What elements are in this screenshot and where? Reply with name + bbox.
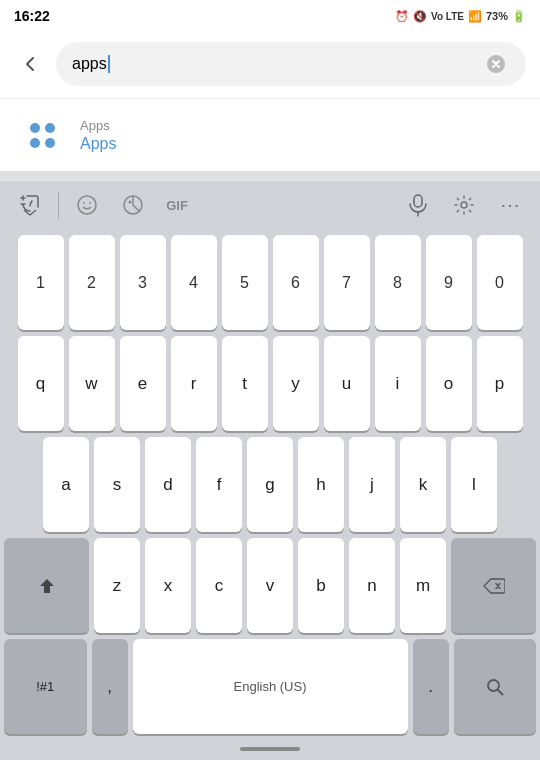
svg-rect-6 bbox=[414, 195, 422, 207]
keyboard: 1 2 3 4 5 6 7 8 9 0 q w e r t y u i o p … bbox=[0, 229, 540, 738]
key-n[interactable]: n bbox=[349, 538, 395, 633]
toolbar-divider bbox=[58, 191, 59, 219]
key-3[interactable]: 3 bbox=[120, 235, 166, 330]
section-divider bbox=[0, 171, 540, 181]
wifi-icon: 📶 bbox=[468, 10, 482, 23]
key-x[interactable]: x bbox=[145, 538, 191, 633]
symbols-key[interactable]: !#1 bbox=[4, 639, 87, 734]
key-z[interactable]: z bbox=[94, 538, 140, 633]
key-l[interactable]: l bbox=[451, 437, 497, 532]
key-row-numbers: 1 2 3 4 5 6 7 8 9 0 bbox=[4, 235, 536, 330]
mic-button[interactable] bbox=[398, 185, 438, 225]
key-c[interactable]: c bbox=[196, 538, 242, 633]
dot-4 bbox=[45, 138, 55, 148]
key-h[interactable]: h bbox=[298, 437, 344, 532]
key-i[interactable]: i bbox=[375, 336, 421, 431]
space-key[interactable]: English (US) bbox=[133, 639, 408, 734]
result-icon bbox=[20, 113, 64, 157]
key-d[interactable]: d bbox=[145, 437, 191, 532]
search-results-panel: Apps Apps bbox=[0, 98, 540, 171]
comma-key[interactable]: , bbox=[92, 639, 128, 734]
dot-2 bbox=[45, 123, 55, 133]
battery-icon: 🔋 bbox=[512, 10, 526, 23]
search-query-text: apps bbox=[72, 55, 110, 74]
key-4[interactable]: 4 bbox=[171, 235, 217, 330]
key-g[interactable]: g bbox=[247, 437, 293, 532]
result-category: Apps bbox=[80, 118, 116, 133]
key-0[interactable]: 0 bbox=[477, 235, 523, 330]
key-9[interactable]: 9 bbox=[426, 235, 472, 330]
search-clear-button[interactable] bbox=[482, 50, 510, 78]
bottom-indicator bbox=[240, 747, 300, 751]
key-8[interactable]: 8 bbox=[375, 235, 421, 330]
key-r[interactable]: r bbox=[171, 336, 217, 431]
mute-icon: 🔇 bbox=[413, 10, 427, 23]
result-item-apps[interactable]: Apps Apps bbox=[0, 99, 540, 171]
key-k[interactable]: k bbox=[400, 437, 446, 532]
alarm-icon: ⏰ bbox=[395, 10, 409, 23]
key-a[interactable]: a bbox=[43, 437, 89, 532]
svg-point-2 bbox=[83, 202, 85, 204]
key-1[interactable]: 1 bbox=[18, 235, 64, 330]
more-button[interactable]: ⋯ bbox=[490, 185, 530, 225]
key-7[interactable]: 7 bbox=[324, 235, 370, 330]
dot-1 bbox=[30, 123, 40, 133]
search-input-container[interactable]: apps bbox=[56, 42, 526, 86]
key-5[interactable]: 5 bbox=[222, 235, 268, 330]
shift-key[interactable] bbox=[4, 538, 89, 633]
key-w[interactable]: w bbox=[69, 336, 115, 431]
key-o[interactable]: o bbox=[426, 336, 472, 431]
translate-button[interactable] bbox=[10, 185, 50, 225]
result-text: Apps Apps bbox=[80, 118, 116, 153]
key-t[interactable]: t bbox=[222, 336, 268, 431]
apps-dots-icon bbox=[30, 123, 55, 148]
svg-point-5 bbox=[129, 201, 132, 204]
svg-point-8 bbox=[461, 202, 467, 208]
status-bar: 16:22 ⏰ 🔇 Vo LTE 📶 73% 🔋 bbox=[0, 0, 540, 32]
status-icons: ⏰ 🔇 Vo LTE 📶 73% 🔋 bbox=[395, 10, 526, 23]
key-row-asdf: a s d f g h j k l bbox=[4, 437, 536, 532]
key-b[interactable]: b bbox=[298, 538, 344, 633]
bottom-bar bbox=[0, 738, 540, 760]
key-p[interactable]: p bbox=[477, 336, 523, 431]
search-bar: apps bbox=[0, 32, 540, 98]
back-button[interactable] bbox=[14, 48, 46, 80]
key-j[interactable]: j bbox=[349, 437, 395, 532]
backspace-key[interactable] bbox=[451, 538, 536, 633]
key-q[interactable]: q bbox=[18, 336, 64, 431]
svg-point-1 bbox=[78, 196, 96, 214]
dot-3 bbox=[30, 138, 40, 148]
key-row-qwerty: q w e r t y u i o p bbox=[4, 336, 536, 431]
battery-text: 73% bbox=[486, 10, 508, 22]
key-s[interactable]: s bbox=[94, 437, 140, 532]
svg-point-3 bbox=[89, 202, 91, 204]
status-time: 16:22 bbox=[14, 8, 50, 24]
key-f[interactable]: f bbox=[196, 437, 242, 532]
settings-button[interactable] bbox=[444, 185, 484, 225]
search-key[interactable] bbox=[454, 639, 537, 734]
more-dots: ⋯ bbox=[500, 193, 521, 217]
key-e[interactable]: e bbox=[120, 336, 166, 431]
key-y[interactable]: y bbox=[273, 336, 319, 431]
key-v[interactable]: v bbox=[247, 538, 293, 633]
sticker-button[interactable] bbox=[113, 185, 153, 225]
keyboard-toolbar: GIF ⋯ bbox=[0, 181, 540, 229]
key-m[interactable]: m bbox=[400, 538, 446, 633]
gif-button[interactable]: GIF bbox=[159, 185, 195, 225]
key-6[interactable]: 6 bbox=[273, 235, 319, 330]
key-2[interactable]: 2 bbox=[69, 235, 115, 330]
key-row-zxcv: z x c v b n m bbox=[4, 538, 536, 633]
signal-icon: Vo LTE bbox=[431, 11, 464, 22]
key-row-bottom: !#1 , English (US) . bbox=[4, 639, 536, 734]
emoji-button[interactable] bbox=[67, 185, 107, 225]
key-u[interactable]: u bbox=[324, 336, 370, 431]
result-name: Apps bbox=[80, 135, 116, 153]
period-key[interactable]: . bbox=[413, 639, 449, 734]
svg-point-9 bbox=[488, 680, 499, 691]
